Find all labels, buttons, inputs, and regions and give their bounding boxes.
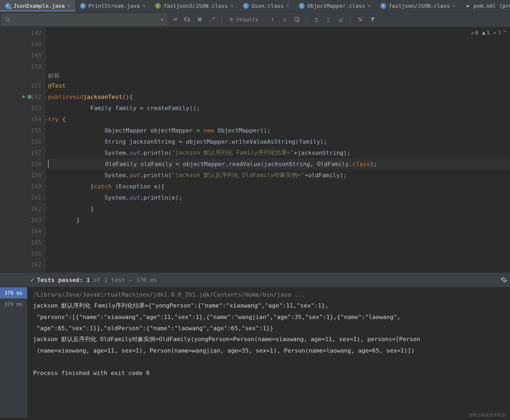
prev-match-button[interactable]: ↑ <box>266 14 278 25</box>
gutter-line[interactable]: 157 <box>0 147 45 158</box>
editor-tab[interactable]: mpom.xml (prom <box>460 0 510 11</box>
gutter-line[interactable]: 156 <box>0 136 45 147</box>
code-line[interactable]: }catch (Exception e){ <box>48 181 510 192</box>
code-line[interactable]: String jacksonString = objectMapper.writ… <box>48 136 510 147</box>
code-line[interactable]: } <box>48 203 510 214</box>
tests-passed-label: Tests passed: 1 <box>37 277 90 283</box>
gutter-line[interactable]: 167 <box>0 259 45 270</box>
new-line-toggle[interactable] <box>169 14 181 25</box>
find-settings-button[interactable] <box>354 14 366 25</box>
editor-tab[interactable]: CGson.class× <box>238 0 294 11</box>
select-all-button[interactable] <box>291 14 303 25</box>
console-line: "age":65,"sex":1}],"oldPerson":{"name":"… <box>33 322 510 334</box>
words-toggle[interactable]: W <box>194 14 205 25</box>
file-icon: m <box>465 3 471 9</box>
gutter-line[interactable]: 148 <box>0 38 45 50</box>
gutter-line[interactable]: 159 <box>0 169 45 181</box>
gutter-line[interactable]: 158 <box>0 158 45 169</box>
code-line[interactable]: ObjectMapper objectMapper = new ObjectMa… <box>48 125 510 136</box>
tab-label: PrintStream.java <box>89 3 140 9</box>
code-line[interactable] <box>48 248 510 259</box>
regex-toggle[interactable]: .* <box>206 14 218 25</box>
gutter-line[interactable]: 154– <box>0 114 45 125</box>
code-line[interactable]: } <box>48 214 510 225</box>
run-gutter-icon[interactable] <box>21 94 32 99</box>
warnings-count: 6 <box>475 29 479 36</box>
next-match-button[interactable]: ↓ <box>279 14 290 25</box>
weak-warnings-count: 1 <box>487 29 490 36</box>
code-editor[interactable]: 147148149150151152–153154–15515615715815… <box>0 27 510 272</box>
find-results-count: 0 results <box>224 16 264 23</box>
add-selection-button[interactable] <box>310 14 322 25</box>
code-line[interactable]: try { <box>48 114 510 125</box>
code-line[interactable]: public void jacksonTest(){ <box>48 91 510 102</box>
gutter-line[interactable]: 153 <box>0 102 45 114</box>
svg-point-12 <box>361 20 362 21</box>
code-line[interactable]: System.out.println("jackson 默认序列化 Family… <box>48 147 510 158</box>
editor-tab[interactable]: Ifastjson2/JSON.class× <box>150 0 238 11</box>
typos-count: 3 <box>498 29 501 36</box>
tests-total-label: of 1 test – 370 ms <box>90 277 157 283</box>
code-area[interactable]: 解释 @Test public void jacksonTest(){ Fami… <box>45 27 510 272</box>
code-line[interactable]: 解释 <box>48 72 510 80</box>
gutter-line[interactable]: 160– <box>0 181 45 192</box>
gutter-line[interactable]: 162˄ <box>0 203 45 214</box>
code-line[interactable] <box>48 50 510 61</box>
editor-tab[interactable]: CJsonExample.java× <box>0 0 75 11</box>
gutter-line[interactable]: 155 <box>0 125 45 136</box>
tab-label: fastjson2/JSON.class <box>164 3 228 9</box>
tab-label: fastjson/JSON.class <box>389 3 450 9</box>
code-line[interactable] <box>48 27 510 38</box>
console-line: jackson 默认反序列化 OldFamily对象实例=OldFamily(y… <box>33 334 510 345</box>
console-output[interactable]: /Library/Java/JavaVirtualMachines/jdk1.8… <box>27 287 510 418</box>
test-duration[interactable]: 370 ms <box>0 287 27 298</box>
inspections-widget[interactable]: ⚠6 ▲1 ✔3^ <box>471 29 506 36</box>
gear-icon[interactable] <box>500 276 507 283</box>
gutter-line[interactable]: 149 <box>0 50 45 61</box>
editor-tab[interactable]: Cfastjson/JSON.class× <box>376 0 460 11</box>
close-icon[interactable]: × <box>286 3 289 9</box>
test-duration[interactable]: 370 ms <box>0 298 27 310</box>
close-icon[interactable]: × <box>368 3 371 9</box>
gutter-line[interactable]: 147 <box>0 27 45 38</box>
svg-marker-13 <box>23 95 26 98</box>
console-line: (name=xiaowang, age=11, sex=1), Person(n… <box>33 345 510 356</box>
find-input[interactable] <box>13 16 158 23</box>
close-icon[interactable]: × <box>67 3 70 9</box>
code-line[interactable] <box>48 237 510 248</box>
close-icon[interactable]: × <box>142 3 145 9</box>
code-line[interactable]: System.out.println(e); <box>48 192 510 203</box>
code-line[interactable]: System.out.println("jackson 默认反序列化 OldFa… <box>48 169 510 181</box>
code-line[interactable]: OldFamily oldFamily = objectMapper.readV… <box>48 158 510 169</box>
gutter-line[interactable]: 152– <box>0 91 45 102</box>
editor-tab[interactable]: CObjectMapper.class× <box>294 0 376 11</box>
editor-gutter: 147148149150151152–153154–15515615715815… <box>0 27 45 272</box>
code-line[interactable] <box>48 38 510 50</box>
gutter-line[interactable]: 163˄ <box>0 214 45 225</box>
code-line[interactable] <box>48 61 510 72</box>
code-line[interactable]: @Test <box>48 80 510 91</box>
editor-tab[interactable]: CPrintStream.java× <box>75 0 150 11</box>
gutter-line[interactable]: 165 <box>0 237 45 248</box>
tab-label: Gson.class <box>252 3 284 9</box>
gutter-line[interactable]: 151 <box>0 80 45 91</box>
remove-selection-button[interactable] <box>323 14 334 25</box>
search-icon <box>5 17 10 22</box>
match-case-toggle[interactable]: Cc <box>181 14 193 25</box>
check-icon: ✔ <box>30 276 34 284</box>
gutter-line[interactable]: 166 <box>0 248 45 259</box>
close-icon[interactable]: × <box>230 3 233 9</box>
gutter-line[interactable]: 150 <box>0 61 45 72</box>
console-line: Process finished with exit code 0 <box>33 367 510 378</box>
close-icon[interactable]: × <box>452 3 455 9</box>
code-line[interactable]: Family family = createFamily(); <box>48 102 510 114</box>
filter-button[interactable] <box>367 14 378 25</box>
code-line[interactable] <box>48 259 510 270</box>
code-line[interactable] <box>48 225 510 237</box>
select-all-occurrences-button[interactable] <box>335 14 347 25</box>
history-dropdown-icon[interactable]: ▾ <box>160 16 164 23</box>
gutter-line[interactable]: 164 <box>0 225 45 237</box>
gutter-line[interactable]: 161 <box>0 192 45 203</box>
file-icon: I <box>155 3 161 9</box>
test-status-bar: ✔ Tests passed: 1 of 1 test – 370 ms <box>0 272 510 287</box>
